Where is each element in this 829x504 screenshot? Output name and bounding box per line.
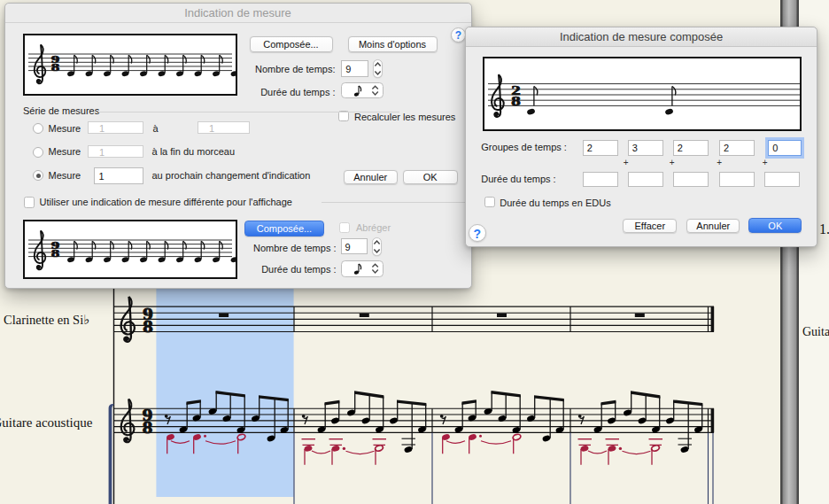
svg-text:1.: 1.	[819, 221, 829, 236]
svg-text:Guitare: Guitare	[802, 325, 829, 338]
svg-text:Clarinette en Si♭: Clarinette en Si♭	[4, 313, 89, 327]
svg-text:8: 8	[143, 418, 153, 437]
svg-text:8: 8	[51, 60, 60, 74]
svg-text:Guitare acoustique: Guitare acoustique	[0, 415, 93, 430]
svg-text:8: 8	[511, 94, 521, 108]
svg-text:8: 8	[51, 246, 60, 260]
svg-text:8: 8	[143, 317, 153, 336]
